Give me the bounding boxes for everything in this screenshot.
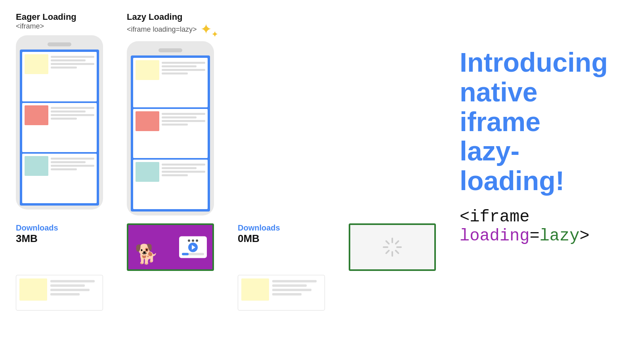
screen-line [162, 120, 205, 122]
mini-line [50, 293, 80, 295]
eager-title: Eager Loading [16, 12, 103, 22]
video-dot [196, 239, 198, 242]
screen-lines-1 [51, 54, 94, 69]
eager-downloads-label: Downloads [16, 223, 58, 233]
eager-column: Eager Loading <iframe> [16, 12, 103, 210]
svg-line-7 [386, 251, 389, 253]
mini-lines-left [50, 278, 99, 295]
screen-line [51, 63, 94, 65]
code-close-span: > [579, 227, 589, 246]
lazy-screen-image-2 [136, 111, 159, 131]
screen-line [162, 164, 205, 166]
loading-spinner-icon [380, 235, 404, 259]
introducing-text: Introducingnative iframelazy-loading! [460, 48, 618, 196]
eager-phone-screen [20, 50, 99, 206]
screen-line [51, 56, 94, 58]
screen-line [51, 114, 94, 116]
mini-line [50, 280, 95, 282]
lazy-phone-screen [131, 55, 210, 212]
lazy-screen-image-1 [136, 60, 159, 80]
screen-lines-2 [51, 105, 94, 120]
phone-notch-left [48, 42, 71, 46]
svg-line-5 [396, 251, 399, 253]
play-button [188, 242, 198, 252]
lazy-screen-block-1 [133, 58, 208, 107]
code-lazy-span: lazy [540, 227, 580, 246]
screen-block-1 [22, 52, 97, 101]
eager-subtitle: <iframe> [16, 22, 103, 30]
lazy-screen-lines-3 [162, 162, 205, 176]
screen-line [162, 113, 205, 115]
mini-lines-right [272, 278, 321, 295]
mini-image-right [241, 278, 269, 301]
video-dots [188, 239, 198, 242]
eager-downloads-info: Downloads 3MB [16, 223, 103, 245]
screen-line [51, 165, 94, 167]
lazy-downloads-size: 0MB [238, 233, 260, 245]
screen-line [51, 111, 86, 112]
mini-line [50, 284, 85, 287]
mini-line [272, 280, 317, 282]
screen-line [162, 72, 188, 74]
screen-image-2 [25, 105, 48, 125]
code-equals-span: = [529, 227, 539, 246]
screen-line [162, 62, 205, 64]
lazy-screen-block-3 [133, 160, 208, 209]
code-loading-span: loading [460, 227, 529, 246]
screen-line [51, 118, 77, 120]
mini-page-right [238, 275, 325, 311]
code-iframe-span: <iframe [460, 208, 529, 227]
sparkle-wrapper: ✦ ✦ [200, 22, 212, 36]
svg-line-6 [396, 241, 399, 244]
phones-section: Eager Loading <iframe> [16, 12, 436, 311]
video-dot [188, 239, 190, 242]
eager-phone-frame [16, 35, 103, 210]
mini-line [272, 289, 311, 291]
screen-lines-3 [51, 156, 94, 170]
screen-line [162, 174, 188, 176]
screen-image-3 [25, 156, 48, 176]
lazy-iframe-preview [349, 223, 436, 271]
mini-line [272, 293, 302, 295]
screen-line [51, 168, 77, 170]
eager-downloads-size: 3MB [16, 233, 38, 245]
eager-label: Eager Loading <iframe> [16, 12, 103, 30]
lazy-downloads-label: Downloads [238, 223, 280, 233]
screen-line [51, 161, 86, 163]
right-section: Introducingnative iframelazy-loading! <i… [460, 12, 618, 246]
mini-page-left [16, 275, 103, 311]
lazy-screen-lines-1 [162, 60, 205, 74]
screen-line [162, 167, 197, 169]
screen-line [162, 65, 197, 67]
screen-line [162, 69, 205, 71]
lazy-screen-block-2 [133, 109, 208, 158]
video-bar-fill [182, 253, 189, 255]
lazy-subtitle: <iframe loading=lazy> [127, 25, 197, 34]
screen-line [51, 107, 94, 109]
lazy-phone-frame [127, 41, 214, 215]
video-progress-bar [182, 253, 204, 255]
mini-line [50, 289, 90, 291]
screen-line [51, 158, 94, 160]
screen-line [162, 171, 205, 173]
mini-image-left [19, 278, 47, 301]
video-dot [192, 239, 194, 242]
lazy-screen-image-3 [136, 162, 159, 182]
video-icon-box [179, 236, 207, 258]
sparkle-small-icon: ✦ [211, 29, 218, 40]
lazy-label: Lazy Loading <iframe loading=lazy> ✦ ✦ [127, 12, 214, 36]
lazy-downloads-info: Downloads 0MB [238, 223, 325, 245]
svg-line-4 [386, 241, 389, 244]
screen-line [162, 116, 197, 118]
screen-block-2 [22, 103, 97, 152]
sparkle-big-icon: ✦ [200, 21, 212, 37]
lazy-screen-lines-2 [162, 111, 205, 126]
lazy-column: Lazy Loading <iframe loading=lazy> ✦ ✦ [127, 12, 214, 215]
dog-icon: 🐕 [135, 243, 158, 265]
downloads-row: Downloads 3MB 🐕 [16, 223, 436, 271]
screen-line [51, 59, 86, 61]
phones-row: Eager Loading <iframe> [16, 12, 214, 215]
screen-image-1 [25, 54, 48, 74]
screen-line [51, 67, 77, 69]
play-triangle-icon [192, 245, 195, 250]
